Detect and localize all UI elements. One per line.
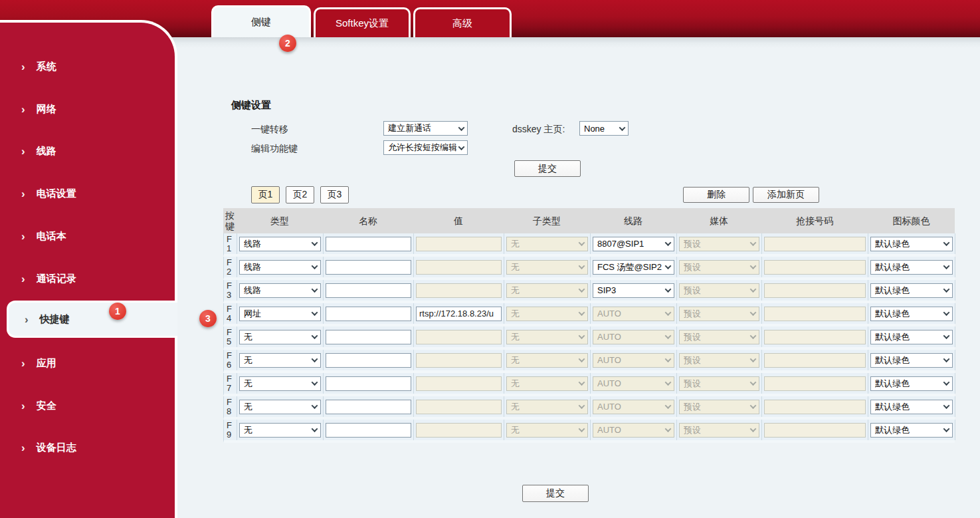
table-row: F7 无 无 AUTO 预设 默认绿色: [223, 373, 955, 396]
transfer-label: 一键转移: [251, 124, 288, 136]
icon-color-select[interactable]: 默认绿色: [870, 260, 953, 275]
chevron-down-icon: [312, 426, 318, 432]
type-select[interactable]: 无: [239, 353, 321, 368]
line-select[interactable]: 8807@SIP1: [593, 237, 674, 251]
sidebar-item-5[interactable]: › 通话记录: [0, 259, 175, 299]
sidebar-item-0[interactable]: › 系统: [0, 47, 175, 86]
name-input[interactable]: [326, 376, 411, 391]
name-input[interactable]: [326, 400, 411, 414]
column-header: 名称: [323, 215, 413, 226]
chevron-down-icon: [579, 239, 585, 246]
chevron-down-icon: [750, 239, 757, 246]
column-header: 抢接号码: [761, 215, 868, 226]
tab-0[interactable]: 侧键: [211, 5, 311, 37]
type-select[interactable]: 无: [239, 330, 321, 344]
edit-function-key-select[interactable]: 允许长按短按编辑: [383, 140, 468, 155]
chevron-down-icon: [943, 402, 950, 409]
chevron-down-icon: [943, 239, 950, 246]
sidebar-item-1[interactable]: › 网络: [0, 89, 175, 129]
line-select: AUTO: [593, 330, 674, 344]
table-row: F4 网址 无 AUTO 预设 默认绿色: [223, 303, 955, 326]
chevron-down-icon: [665, 332, 672, 339]
sidebar-item-label: 线路: [37, 145, 56, 158]
sidebar-item-4[interactable]: › 电话本: [0, 216, 175, 256]
pickup-number-input: [764, 353, 866, 368]
value-input: [416, 423, 502, 438]
icon-color-select[interactable]: 默认绿色: [870, 400, 953, 414]
icon-color-select[interactable]: 默认绿色: [870, 283, 953, 298]
sidebar-item-2[interactable]: › 线路: [0, 131, 175, 171]
sidebar-item-label: 系统: [37, 61, 56, 73]
chevron-right-icon: ›: [21, 146, 25, 157]
subtype-select: 无: [506, 283, 588, 298]
chevron-down-icon: [458, 124, 465, 131]
sidebar-item-label: 设备日志: [37, 442, 76, 454]
type-select[interactable]: 网址: [239, 307, 321, 321]
chevron-down-icon: [943, 309, 950, 316]
add-page-button[interactable]: 添加新页: [753, 187, 819, 203]
sidebar: › 系统 › 网络 › 线路 › 电话设置 › 电话本 › 通话记录 › 快捷键…: [0, 20, 177, 518]
table-row: F1 线路 无 8807@SIP1 预设 默认绿色: [223, 233, 955, 257]
name-input[interactable]: [326, 330, 411, 344]
chevron-down-icon: [312, 402, 318, 409]
page-tab-2[interactable]: 页3: [320, 186, 349, 203]
sidebar-item-7[interactable]: › 应用: [0, 343, 175, 383]
name-input[interactable]: [326, 423, 411, 438]
name-input[interactable]: [326, 283, 411, 298]
chevron-down-icon: [458, 144, 465, 150]
line-select: AUTO: [593, 307, 674, 321]
sidebar-item-6[interactable]: › 快捷键: [7, 301, 177, 338]
chevron-down-icon: [750, 379, 757, 386]
name-input[interactable]: [326, 237, 411, 251]
column-header: 图标颜色: [868, 215, 955, 226]
tab-2[interactable]: 高级: [413, 7, 512, 37]
type-select[interactable]: 线路: [239, 260, 321, 275]
name-input[interactable]: [326, 260, 411, 275]
sidebar-item-9[interactable]: › 设备日志: [0, 428, 175, 467]
page-tab-1[interactable]: 页2: [286, 186, 314, 203]
type-select[interactable]: 无: [239, 376, 321, 391]
sidebar-item-8[interactable]: › 安全: [0, 386, 175, 426]
tab-1[interactable]: Softkey设置: [314, 7, 411, 37]
icon-color-select[interactable]: 默认绿色: [870, 307, 953, 321]
transfer-select[interactable]: 建立新通话: [383, 121, 468, 136]
type-select[interactable]: 线路: [239, 237, 321, 251]
submit-button-top[interactable]: 提交: [514, 160, 581, 177]
column-header: 按键: [223, 210, 237, 231]
chevron-down-icon: [579, 309, 585, 316]
annotation-badge-2: 2: [279, 35, 296, 52]
chevron-down-icon: [579, 402, 585, 409]
edit-function-key-label: 编辑功能键: [251, 143, 298, 155]
media-select: 预设: [679, 376, 759, 391]
subtype-select: 无: [506, 237, 588, 251]
sidebar-item-label: 电话本: [37, 230, 66, 243]
pickup-number-input: [764, 423, 866, 438]
table-row: F3 线路 无 SIP3 预设 默认绿色: [223, 280, 955, 303]
media-select: 预设: [679, 307, 759, 321]
icon-color-select[interactable]: 默认绿色: [870, 353, 953, 368]
line-select[interactable]: FCS 汤莹@SIP2: [593, 260, 674, 275]
type-select[interactable]: 无: [239, 423, 321, 438]
name-input[interactable]: [326, 307, 411, 321]
sidebar-item-label: 网络: [37, 103, 56, 116]
icon-color-select[interactable]: 默认绿色: [870, 237, 953, 251]
value-input[interactable]: [416, 307, 502, 321]
table-row: F8 无 无 AUTO 预设 默认绿色: [223, 396, 955, 420]
chevron-right-icon: ›: [21, 442, 25, 453]
icon-color-select[interactable]: 默认绿色: [870, 376, 953, 391]
chevron-down-icon: [579, 356, 585, 362]
line-select[interactable]: SIP3: [593, 283, 674, 298]
page-tab-0[interactable]: 页1: [251, 186, 280, 203]
icon-color-select[interactable]: 默认绿色: [870, 330, 953, 344]
type-select[interactable]: 线路: [239, 283, 321, 298]
icon-color-select[interactable]: 默认绿色: [870, 423, 953, 438]
sidebar-item-3[interactable]: › 电话设置: [0, 174, 175, 213]
type-select[interactable]: 无: [239, 400, 321, 414]
name-input[interactable]: [326, 353, 411, 368]
submit-button-bottom[interactable]: 提交: [522, 485, 589, 502]
chevron-down-icon: [619, 124, 626, 131]
subtype-select: 无: [506, 260, 588, 275]
dsskey-home-select[interactable]: None: [579, 121, 629, 136]
table-body: F1 线路 无 8807@SIP1 预设 默认绿色 F2 线路 无 FCS 汤莹…: [223, 233, 955, 443]
delete-page-button[interactable]: 删除: [683, 187, 749, 203]
